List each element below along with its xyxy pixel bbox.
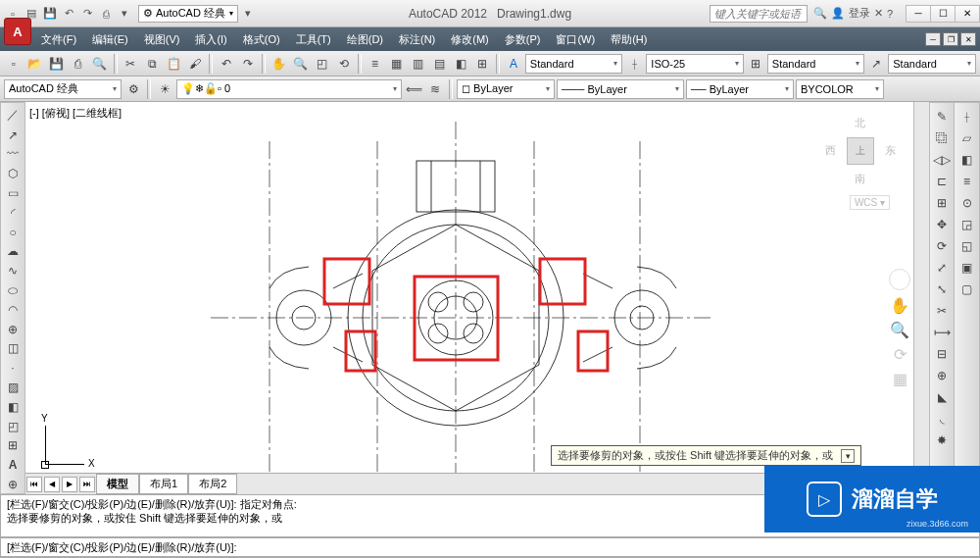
table-icon[interactable]: ⊞ xyxy=(3,437,23,455)
copy-icon[interactable]: ⧉ xyxy=(142,54,162,74)
mdi-close[interactable]: ✕ xyxy=(960,32,976,46)
move-icon[interactable]: ✥ xyxy=(932,215,952,234)
save-file-icon[interactable]: 💾 xyxy=(47,54,67,74)
ellipsearc-icon[interactable]: ◠ xyxy=(3,301,23,319)
revcloud-icon[interactable]: ☁ xyxy=(3,243,23,261)
mirror-icon[interactable]: ◁▷ xyxy=(932,150,952,170)
viewcube-top[interactable]: 上 xyxy=(847,137,874,165)
mtext-icon[interactable]: A xyxy=(3,456,23,474)
mdi-minimize[interactable]: ─ xyxy=(925,32,941,46)
scale-icon[interactable]: ⤢ xyxy=(932,258,952,278)
insert-icon[interactable]: ⊕ xyxy=(3,321,23,338)
dim-style-dropdown[interactable]: ISO-25 xyxy=(646,54,744,74)
menu-param[interactable]: 参数(P) xyxy=(497,27,549,51)
vertical-scrollbar[interactable] xyxy=(913,102,929,473)
layer-manager-icon[interactable]: ☀ xyxy=(155,79,174,99)
block-icon[interactable]: ◫ xyxy=(3,340,23,358)
properties-icon[interactable]: ≡ xyxy=(366,54,385,74)
list-icon[interactable]: ≡ xyxy=(957,172,977,191)
tablestyle-icon[interactable]: ⊞ xyxy=(746,54,765,74)
qat-expand-icon[interactable]: ▾ xyxy=(239,5,257,23)
save-icon[interactable]: 💾 xyxy=(41,5,59,23)
viewcube-east[interactable]: 东 xyxy=(885,143,896,158)
match-icon[interactable]: 🖌 xyxy=(185,54,205,74)
offset-icon[interactable]: ⊏ xyxy=(932,172,952,191)
menu-view[interactable]: 视图(V) xyxy=(136,27,188,51)
tool-palette-icon[interactable]: ▥ xyxy=(408,54,427,74)
dimstyle-icon[interactable]: ⟊ xyxy=(624,54,644,74)
redo-icon[interactable]: ↷ xyxy=(238,54,258,74)
viewcube-west[interactable]: 西 xyxy=(825,143,836,158)
tab-model[interactable]: 模型 xyxy=(96,474,139,494)
array-icon[interactable]: ⊞ xyxy=(932,193,952,213)
xline-icon[interactable]: ↗ xyxy=(3,127,23,144)
rect-icon[interactable]: ▭ xyxy=(3,184,23,202)
maximize-button[interactable]: ☐ xyxy=(930,5,956,23)
menu-dimension[interactable]: 标注(N) xyxy=(391,27,443,51)
front-icon[interactable]: ◲ xyxy=(957,215,977,234)
polygon-icon[interactable]: ⬡ xyxy=(3,165,23,182)
extend-icon[interactable]: ⟼ xyxy=(932,323,952,342)
zoom-nav-icon[interactable]: 🔍 xyxy=(890,321,909,339)
menu-draw[interactable]: 绘图(D) xyxy=(339,27,391,51)
showmotion-nav-icon[interactable]: ▦ xyxy=(893,370,907,388)
exchange-icon[interactable]: ✕ xyxy=(874,7,883,20)
cut-icon[interactable]: ✂ xyxy=(122,54,141,74)
pan-icon[interactable]: ✋ xyxy=(270,54,289,74)
trim-icon[interactable]: ✂ xyxy=(932,301,952,321)
spline-icon[interactable]: ∿ xyxy=(3,262,23,279)
ellipse-icon[interactable]: ⬭ xyxy=(3,281,23,299)
region-icon[interactable]: ◰ xyxy=(3,418,23,435)
menu-insert[interactable]: 插入(I) xyxy=(187,27,234,51)
pan-nav-icon[interactable]: ✋ xyxy=(890,296,909,315)
below-icon[interactable]: ▢ xyxy=(957,279,977,299)
addselected-icon[interactable]: ⊕ xyxy=(3,476,23,493)
tab-next-icon[interactable]: ▶ xyxy=(62,477,77,492)
menu-edit[interactable]: 编辑(E) xyxy=(84,27,136,51)
search-input[interactable] xyxy=(710,5,808,23)
user-icon[interactable]: 👤 xyxy=(831,7,845,20)
stretch-icon[interactable]: ⤡ xyxy=(932,279,952,299)
mdi-restore[interactable]: ❐ xyxy=(943,32,958,46)
area-icon[interactable]: ▱ xyxy=(957,128,977,148)
explode-icon[interactable]: ✸ xyxy=(932,431,952,450)
drawing-canvas[interactable]: [-] [俯视] [二维线框] 北 南 东 西 上 WCS ▾ xyxy=(25,102,929,494)
tab-layout2[interactable]: 布局2 xyxy=(188,474,237,494)
id-icon[interactable]: ⊙ xyxy=(957,193,977,213)
workspace-dropdown[interactable]: AutoCAD 经典 xyxy=(4,79,122,99)
calc-icon[interactable]: ⊞ xyxy=(472,54,492,74)
menu-window[interactable]: 窗口(W) xyxy=(548,27,603,51)
tab-last-icon[interactable]: ⏭ xyxy=(79,477,95,492)
above-icon[interactable]: ▣ xyxy=(957,258,977,278)
break-icon[interactable]: ⊟ xyxy=(932,344,952,364)
circle-icon[interactable]: ○ xyxy=(3,224,23,241)
menu-modify[interactable]: 修改(M) xyxy=(443,27,497,51)
menu-help[interactable]: 帮助(H) xyxy=(603,27,655,51)
rotate-icon[interactable]: ⟳ xyxy=(932,236,952,256)
zoom-window-icon[interactable]: ◰ xyxy=(313,54,332,74)
redo-icon[interactable]: ↷ xyxy=(78,5,96,23)
paste-icon[interactable]: 📋 xyxy=(164,54,183,74)
viewcube-north[interactable]: 北 xyxy=(855,116,865,130)
command-line[interactable]: [栏选(F)/窗交(C)/投影(P)/边(E)/删除(R)/放弃(U)]: xyxy=(0,537,980,557)
orbit-nav-icon[interactable]: ⟳ xyxy=(894,345,906,364)
help-icon[interactable]: ? xyxy=(887,8,893,20)
table-style-dropdown[interactable]: Standard xyxy=(767,54,865,74)
login-link[interactable]: 登录 xyxy=(849,6,870,21)
region2-icon[interactable]: ◧ xyxy=(957,150,977,170)
arc-icon[interactable]: ◜ xyxy=(3,204,23,222)
plotstyle-dropdown[interactable]: BYCOLOR xyxy=(796,79,884,99)
back-icon[interactable]: ◱ xyxy=(957,236,977,256)
open-file-icon[interactable]: 📂 xyxy=(25,54,45,74)
tab-first-icon[interactable]: ⏮ xyxy=(26,477,42,492)
fillet-icon[interactable]: ◟ xyxy=(932,409,952,429)
new-file-icon[interactable]: ▫ xyxy=(4,54,24,74)
undo-icon[interactable]: ↶ xyxy=(60,5,77,23)
menu-file[interactable]: 文件(F) xyxy=(33,27,84,51)
line-icon[interactable]: ／ xyxy=(3,107,23,125)
layer-state-icon[interactable]: ≋ xyxy=(425,79,445,99)
close-button[interactable]: ✕ xyxy=(955,5,980,23)
full-nav-wheel-icon[interactable] xyxy=(889,269,910,290)
linetype-dropdown[interactable]: ─── ByLayer xyxy=(557,79,684,99)
lineweight-dropdown[interactable]: ── ByLayer xyxy=(686,79,794,99)
